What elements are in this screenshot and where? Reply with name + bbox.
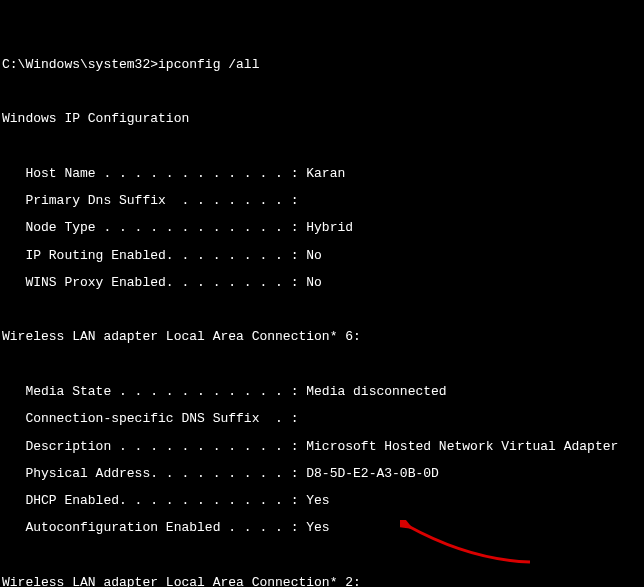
wins-proxy-line: WINS Proxy Enabled. . . . . . . . : No bbox=[2, 276, 642, 290]
lac6-conn-suffix: Connection-specific DNS Suffix . : bbox=[2, 412, 642, 426]
node-type-line: Node Type . . . . . . . . . . . . : Hybr… bbox=[2, 221, 642, 235]
host-name-line: Host Name . . . . . . . . . . . . : Kara… bbox=[2, 167, 642, 181]
lac6-physical-address: Physical Address. . . . . . . . . : D8-5… bbox=[2, 467, 642, 481]
blank-line bbox=[2, 303, 642, 317]
lac6-dhcp-enabled: DHCP Enabled. . . . . . . . . . . : Yes bbox=[2, 494, 642, 508]
ip-routing-line: IP Routing Enabled. . . . . . . . : No bbox=[2, 249, 642, 263]
lac6-description: Description . . . . . . . . . . . : Micr… bbox=[2, 440, 642, 454]
heading-adapter-lac2: Wireless LAN adapter Local Area Connecti… bbox=[2, 576, 642, 587]
blank-line bbox=[2, 549, 642, 563]
primary-dns-suffix-line: Primary Dns Suffix . . . . . . . : bbox=[2, 194, 642, 208]
lac6-autoconfig: Autoconfiguration Enabled . . . . : Yes bbox=[2, 521, 642, 535]
heading-ip-configuration: Windows IP Configuration bbox=[2, 112, 642, 126]
lac6-media-state: Media State . . . . . . . . . . . : Medi… bbox=[2, 385, 642, 399]
blank-line bbox=[2, 139, 642, 153]
blank-line bbox=[2, 358, 642, 372]
blank-line bbox=[2, 85, 642, 99]
command-prompt-line: C:\Windows\system32>ipconfig /all bbox=[2, 58, 642, 72]
heading-adapter-lac6: Wireless LAN adapter Local Area Connecti… bbox=[2, 330, 642, 344]
